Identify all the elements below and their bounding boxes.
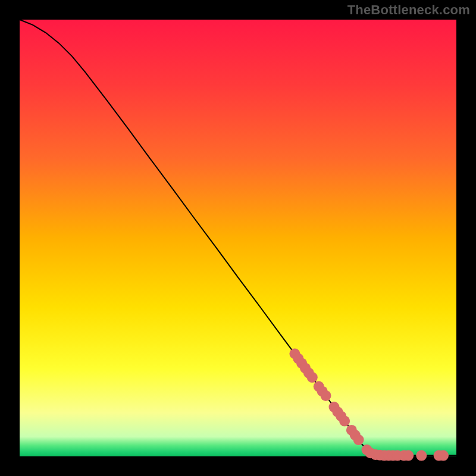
data-marker xyxy=(438,450,449,461)
data-marker xyxy=(403,450,414,461)
plot-area xyxy=(20,20,456,456)
watermark-text: TheBottleneck.com xyxy=(347,2,470,18)
data-marker xyxy=(339,416,350,427)
marker-group xyxy=(289,349,449,461)
chart-overlay xyxy=(20,20,456,456)
data-marker xyxy=(416,450,427,461)
data-marker xyxy=(307,372,318,383)
chart-frame: TheBottleneck.com xyxy=(0,0,476,476)
data-marker xyxy=(321,390,331,401)
data-marker xyxy=(353,434,364,445)
curve-line xyxy=(20,20,456,456)
